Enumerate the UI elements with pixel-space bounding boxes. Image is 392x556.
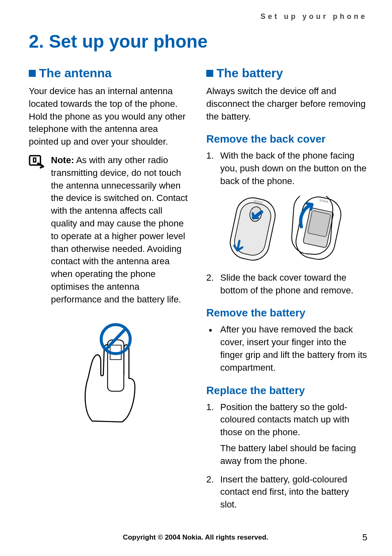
remove-battery-list: After you have removed the back cover, i… [206,323,367,374]
footer-copyright: Copyright © 2004 Nokia. All rights reser… [29,533,362,542]
replace-battery-step-1: Position the battery so the gold-coloure… [206,401,367,468]
remove-battery-bullet: After you have removed the back cover, i… [206,323,367,374]
section-heading-battery: The battery [206,66,367,80]
remove-cover-steps-2: Slide the back cover toward the bottom o… [206,272,367,297]
running-head: Set up your phone [29,12,367,21]
remove-cover-step-1: With the back of the phone facing you, p… [206,150,367,187]
note-icon [29,154,44,306]
replace-battery-step-1b: The battery label should be facing away … [220,442,367,468]
antenna-paragraph: Your device has an internal antenna loca… [29,85,190,148]
battery-intro: Always switch the device off and disconn… [206,85,367,123]
subheading-replace-battery: Replace the battery [206,384,367,397]
footer-page-number: 5 [362,532,367,543]
section-heading-antenna-text: The antenna [39,66,112,80]
note-text: Note: As with any other radio transmitti… [51,154,190,306]
section-heading-battery-text: The battery [217,66,283,80]
square-bullet-icon [29,70,36,77]
note-body: As with any other radio transmitting dev… [51,155,188,305]
left-column: The antenna Your device has an internal … [29,66,190,517]
remove-cover-illustration: NOKIA NOKIA [206,196,367,263]
replace-battery-step-1-text: Position the battery so the gold-coloure… [220,402,349,438]
square-bullet-icon [206,70,213,77]
remove-cover-steps: With the back of the phone facing you, p… [206,150,367,187]
subheading-remove-cover: Remove the back cover [206,133,367,145]
footer: Copyright © 2004 Nokia. All rights reser… [29,532,367,543]
chapter-title: 2. Set up your phone [29,31,367,52]
note-block: Note: As with any other radio transmitti… [29,154,190,306]
note-label: Note: [51,155,74,165]
section-heading-antenna: The antenna [29,66,190,80]
chapter-number: 2. [29,31,44,51]
subheading-remove-battery: Remove the battery [206,307,367,319]
replace-battery-steps: Position the battery so the gold-coloure… [206,401,367,511]
chapter-name: Set up your phone [49,31,208,51]
replace-battery-step-2: Insert the battery, gold-coloured contac… [206,473,367,511]
right-column: The battery Always switch the device off… [206,66,367,517]
antenna-illustration [29,314,190,427]
remove-cover-step-2: Slide the back cover toward the bottom o… [206,272,367,297]
